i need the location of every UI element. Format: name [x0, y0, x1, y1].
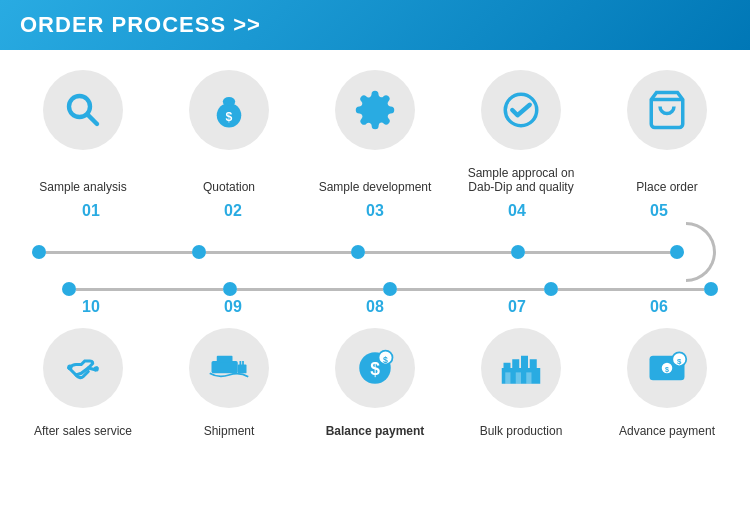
- step-after-sales: After sales service: [18, 328, 148, 438]
- svg-rect-10: [217, 356, 233, 363]
- number-04: 04: [452, 202, 582, 220]
- line-10-9: [558, 288, 705, 291]
- svg-text:$: $: [383, 355, 388, 365]
- svg-text:$: $: [226, 110, 233, 124]
- line-9-8: [397, 288, 544, 291]
- step-8-circle: $ $: [335, 328, 415, 408]
- dot-4: [511, 245, 525, 259]
- dot-8: [383, 282, 397, 296]
- step-6-circle: $ $: [627, 328, 707, 408]
- bottom-steps-row: After sales service Shipment: [10, 328, 740, 438]
- page-title: ORDER PROCESS >>: [20, 12, 261, 38]
- number-06: 06: [594, 298, 724, 316]
- factory-icon: [500, 347, 542, 389]
- svg-rect-13: [242, 361, 244, 365]
- step-sample-analysis: Sample analysis: [18, 70, 148, 194]
- number-07: 07: [452, 298, 582, 316]
- step-2-circle: $: [189, 70, 269, 150]
- ship-icon: [208, 347, 250, 389]
- step-9-circle: [189, 328, 269, 408]
- line-8-7: [237, 288, 384, 291]
- dot-2: [192, 245, 206, 259]
- bottom-timeline: [10, 282, 740, 296]
- line-3-4: [365, 251, 511, 254]
- step-shipment: Shipment: [164, 328, 294, 438]
- dot-6: [62, 282, 76, 296]
- svg-rect-11: [238, 365, 247, 374]
- step-advance-payment: $ $ Advance payment: [602, 328, 732, 438]
- line-1-2: [46, 251, 192, 254]
- line-7-6: [76, 288, 223, 291]
- svg-rect-22: [530, 359, 537, 368]
- search-icon: [62, 89, 104, 131]
- step-7-label: Bulk production: [480, 424, 563, 438]
- svg-text:$: $: [370, 359, 380, 379]
- step-7-circle: [481, 328, 561, 408]
- step-3-label: Sample development: [319, 158, 432, 194]
- gear-icon: [354, 89, 396, 131]
- top-numbers-row: 01 02 03 04 05: [10, 200, 740, 222]
- svg-point-8: [94, 366, 99, 371]
- main-content: Sample analysis $ Quotation S: [0, 50, 750, 448]
- step-bulk-production: Bulk production: [456, 328, 586, 438]
- shopping-cart-icon: [646, 89, 688, 131]
- step-4-label: Sample approcal on Dab-Dip and quality: [456, 158, 586, 194]
- number-02: 02: [168, 202, 298, 220]
- svg-rect-20: [512, 359, 519, 368]
- svg-rect-19: [504, 363, 511, 368]
- step-1-circle: [43, 70, 123, 150]
- curve-right: [686, 222, 716, 282]
- svg-line-1: [87, 114, 97, 124]
- number-09: 09: [168, 298, 298, 316]
- step-10-label: After sales service: [34, 424, 132, 438]
- check-circle-icon: [500, 89, 542, 131]
- step-5-label: Place order: [636, 158, 697, 194]
- number-05: 05: [594, 202, 724, 220]
- step-place-order: Place order: [602, 70, 732, 194]
- number-08: 08: [310, 298, 440, 316]
- svg-point-7: [67, 365, 72, 370]
- svg-rect-23: [505, 372, 510, 383]
- line-4-5: [525, 251, 671, 254]
- advance-payment-icon: $ $: [646, 347, 688, 389]
- step-5-circle: [627, 70, 707, 150]
- dot-5: [670, 245, 684, 259]
- svg-rect-21: [521, 356, 528, 368]
- top-steps-row: Sample analysis $ Quotation S: [10, 70, 740, 194]
- svg-text:$: $: [677, 357, 682, 366]
- number-03: 03: [310, 202, 440, 220]
- svg-rect-25: [526, 372, 531, 383]
- step-9-label: Shipment: [204, 424, 255, 438]
- step-3-circle: [335, 70, 415, 150]
- step-sample-development: Sample development: [310, 70, 440, 194]
- step-6-label: Advance payment: [619, 424, 715, 438]
- step-10-circle: [43, 328, 123, 408]
- svg-rect-12: [240, 361, 242, 365]
- step-1-label: Sample analysis: [39, 158, 126, 194]
- line-2-3: [206, 251, 352, 254]
- dot-7: [223, 282, 237, 296]
- svg-rect-9: [212, 361, 238, 373]
- handshake-icon: [62, 347, 104, 389]
- svg-rect-24: [516, 372, 521, 383]
- money-bag-icon: $: [208, 89, 250, 131]
- step-balance-payment: $ $ Balance payment: [310, 328, 440, 438]
- payment-icon: $ $: [354, 347, 396, 389]
- step-4-circle: [481, 70, 561, 150]
- number-01: 01: [26, 202, 156, 220]
- dot-3: [351, 245, 365, 259]
- bottom-numbers-row: 10 09 08 07 06: [10, 296, 740, 318]
- dot-1: [32, 245, 46, 259]
- number-10: 10: [26, 298, 156, 316]
- header: ORDER PROCESS >>: [0, 0, 750, 50]
- dot-10: [704, 282, 718, 296]
- dot-9: [544, 282, 558, 296]
- top-timeline: [10, 222, 740, 282]
- step-2-label: Quotation: [203, 158, 255, 194]
- step-quotation: $ Quotation: [164, 70, 294, 194]
- step-sample-approval: Sample approcal on Dab-Dip and quality: [456, 70, 586, 194]
- step-8-label: Balance payment: [326, 424, 425, 438]
- svg-text:$: $: [665, 366, 669, 374]
